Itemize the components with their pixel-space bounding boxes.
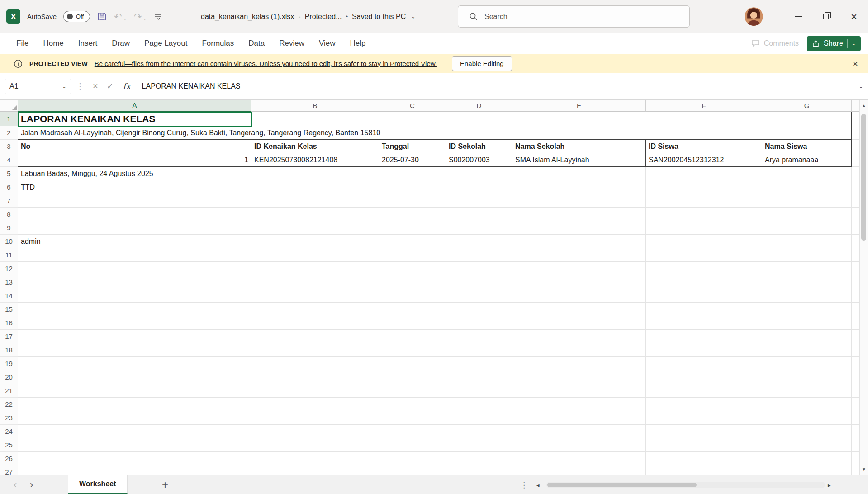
row-header-14[interactable]: 14 (0, 289, 18, 303)
ribbon-tab-home[interactable]: Home (36, 33, 71, 54)
cell-F19[interactable] (646, 357, 762, 370)
cell-E25[interactable] (512, 438, 646, 452)
cell-A14[interactable] (18, 289, 251, 303)
cell-C4[interactable]: 2025-07-30 (379, 153, 446, 167)
cell-G17[interactable] (762, 330, 852, 343)
horizontal-scroll-thumb[interactable] (547, 483, 697, 487)
column-header-partial[interactable] (852, 100, 859, 112)
row-header-4[interactable]: 4 (0, 153, 18, 167)
row-header-13[interactable]: 13 (0, 276, 18, 289)
cell-C6[interactable] (379, 180, 446, 194)
row-header-27[interactable]: 27 (0, 466, 18, 475)
cell-C19[interactable] (379, 357, 446, 370)
cell-D26[interactable] (446, 452, 512, 466)
cell-D9[interactable] (446, 221, 512, 235)
cell-D27[interactable] (446, 466, 512, 475)
row-header-11[interactable]: 11 (0, 248, 18, 262)
cell-D21[interactable] (446, 384, 512, 398)
customize-quick-access-button[interactable] (154, 12, 163, 21)
cell-partial-25[interactable] (852, 438, 859, 452)
cell-D8[interactable] (446, 208, 512, 221)
column-header-E[interactable]: E (512, 100, 646, 112)
row-header-16[interactable]: 16 (0, 316, 18, 330)
cell-G6[interactable] (762, 180, 852, 194)
cell-D13[interactable] (446, 276, 512, 289)
row-header-18[interactable]: 18 (0, 343, 18, 357)
cell-D4[interactable]: S002007003 (446, 153, 512, 167)
cell-C13[interactable] (379, 276, 446, 289)
comments-button[interactable]: Comments (751, 39, 799, 48)
cell-partial-5[interactable] (852, 167, 859, 180)
cell-partial-21[interactable] (852, 384, 859, 398)
cell-F23[interactable] (646, 411, 762, 425)
cell-E9[interactable] (512, 221, 646, 235)
cell-F4[interactable]: SAN200204512312312 (646, 153, 762, 167)
cell-G9[interactable] (762, 221, 852, 235)
cell-C5[interactable] (379, 167, 446, 180)
cell-E24[interactable] (512, 425, 646, 438)
cell-D12[interactable] (446, 262, 512, 276)
cell-G20[interactable] (762, 370, 852, 384)
row-header-19[interactable]: 19 (0, 357, 18, 370)
cell-C8[interactable] (379, 208, 446, 221)
cell-G18[interactable] (762, 343, 852, 357)
cell-C11[interactable] (379, 248, 446, 262)
cell-partial-19[interactable] (852, 357, 859, 370)
cell-G25[interactable] (762, 438, 852, 452)
cell-B6[interactable] (251, 180, 379, 194)
cell-D23[interactable] (446, 411, 512, 425)
vertical-scroll-thumb[interactable] (861, 114, 866, 241)
close-button[interactable]: × (840, 0, 868, 33)
cell-D25[interactable] (446, 438, 512, 452)
cell-D6[interactable] (446, 180, 512, 194)
cell-partial-18[interactable] (852, 343, 859, 357)
cell-G3[interactable]: Nama Siswa (762, 140, 852, 153)
cell-partial-22[interactable] (852, 398, 859, 411)
cell-partial-16[interactable] (852, 316, 859, 330)
cell-E18[interactable] (512, 343, 646, 357)
cell-F16[interactable] (646, 316, 762, 330)
cell-partial-9[interactable] (852, 221, 859, 235)
cell-G19[interactable] (762, 357, 852, 370)
cell-A5[interactable]: Labuan Badas, Minggu, 24 Agustus 2025 (18, 167, 251, 180)
cell-D3[interactable]: ID Sekolah (446, 140, 512, 153)
cell-G12[interactable] (762, 262, 852, 276)
cell-G24[interactable] (762, 425, 852, 438)
cell-F7[interactable] (646, 194, 762, 208)
cell-B21[interactable] (251, 384, 379, 398)
ribbon-tab-insert[interactable]: Insert (71, 33, 105, 54)
cell-partial-3[interactable] (852, 140, 859, 153)
cell-partial-17[interactable] (852, 330, 859, 343)
cell-C10[interactable] (379, 235, 446, 248)
vertical-scrollbar[interactable]: ▲ ▼ (859, 100, 868, 475)
cell-E27[interactable] (512, 466, 646, 475)
tab-bar-grip-icon[interactable]: ⋮ (520, 475, 528, 494)
cell-A9[interactable] (18, 221, 251, 235)
cell-F20[interactable] (646, 370, 762, 384)
name-box[interactable]: A1 ⌄ (5, 79, 71, 94)
column-header-C[interactable]: C (379, 100, 446, 112)
cell-B17[interactable] (251, 330, 379, 343)
cell-A6[interactable]: TTD (18, 180, 251, 194)
sheet-nav-left-icon[interactable]: ‹ (14, 475, 17, 494)
cell-G10[interactable] (762, 235, 852, 248)
cell-D18[interactable] (446, 343, 512, 357)
cell-F18[interactable] (646, 343, 762, 357)
formula-bar-expand-icon[interactable]: ⌄ (859, 83, 863, 90)
save-button[interactable] (97, 11, 107, 22)
cell-E6[interactable] (512, 180, 646, 194)
formula-input[interactable]: LAPORAN KENAIKAN KELAS (142, 82, 868, 90)
cell-partial-26[interactable] (852, 452, 859, 466)
cell-D7[interactable] (446, 194, 512, 208)
cell-C22[interactable] (379, 398, 446, 411)
row-header-2[interactable]: 2 (0, 126, 18, 140)
cell-A18[interactable] (18, 343, 251, 357)
cell-B27[interactable] (251, 466, 379, 475)
row-header-23[interactable]: 23 (0, 411, 18, 425)
cell-D19[interactable] (446, 357, 512, 370)
column-header-G[interactable]: G (762, 100, 852, 112)
cell-C9[interactable] (379, 221, 446, 235)
enable-editing-button[interactable]: Enable Editing (452, 56, 512, 71)
cell-E20[interactable] (512, 370, 646, 384)
cell-E3[interactable]: Nama Sekolah (512, 140, 646, 153)
